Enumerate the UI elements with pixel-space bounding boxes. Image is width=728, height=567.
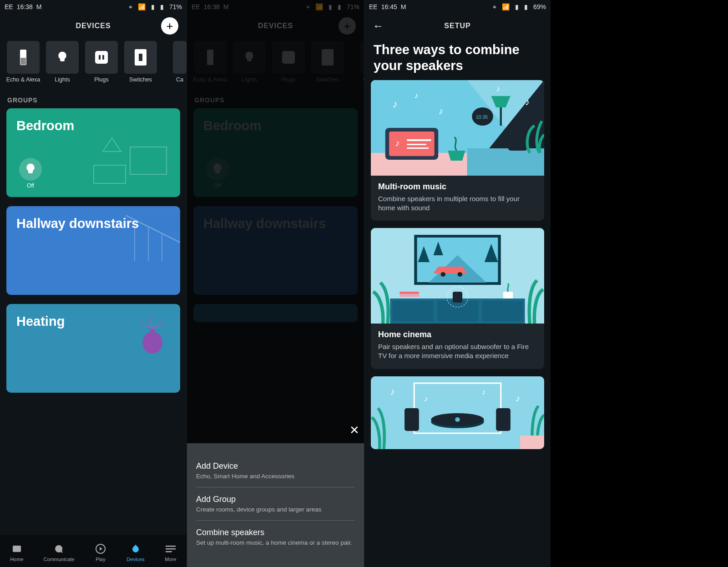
status-bar: EE 16:38 M ⌖ 📶 ▮ ▮ 71% [0,0,187,14]
svg-rect-35 [508,123,527,151]
svg-rect-47 [400,294,419,297]
time-label: 16:38 [17,3,33,10]
nav-devices[interactable]: Devices [126,543,144,562]
devices-screen-with-sheet: EE16:38M ⌖📶▮▮71% DEVICES Echo & Alexa Li… [187,0,364,567]
svg-text:♪: ♪ [414,91,419,100]
svg-rect-2 [95,51,108,64]
setup-card-multiroom[interactable]: ♪ 10:35 ♪♪♪ ♪♪ [371,80,544,221]
svg-rect-14 [150,329,155,336]
location-icon: ⌖ [493,3,496,11]
nav-communicate[interactable]: Communicate [44,543,75,562]
wifi-icon: 📶 [138,3,146,10]
svg-text:♪: ♪ [438,106,443,116]
sheet-item-combine-speakers[interactable]: Combine speakers Set up multi-room music… [196,521,355,553]
group-light-toggle[interactable]: Off [19,158,42,189]
carrier-label: EE [5,3,13,10]
add-button[interactable] [161,17,178,35]
card-description: Pair speakers and an optional subwoofer … [378,342,537,361]
svg-text:♪: ♪ [525,96,530,106]
svg-rect-18 [166,548,176,550]
header: ← SETUP [364,14,551,38]
svg-rect-34 [500,107,502,126]
setup-card-list: ♪ 10:35 ♪♪♪ ♪♪ [364,80,551,449]
svg-rect-43 [393,301,434,321]
svg-line-9 [126,215,180,243]
svg-rect-25 [467,148,544,176]
more-icon [165,543,177,555]
nav-more[interactable]: More [165,543,177,562]
svg-rect-55 [371,376,544,449]
svg-text:♪: ♪ [390,386,395,396]
svg-rect-45 [482,301,523,321]
category-row: Echo & Alexa Lights Plugs Switches Ca [0,41,187,83]
nav-play[interactable]: Play [95,543,106,562]
devices-icon [130,543,142,555]
svg-rect-48 [503,292,513,299]
home-icon [11,543,23,555]
card-title: Home cinema [378,330,537,339]
devices-screen: EE 16:38 M ⌖ 📶 ▮ ▮ 71% DEVICES Echo & Al… [0,0,187,567]
chat-icon [53,543,65,555]
svg-rect-44 [437,301,478,321]
groups-section-label: GROUPS [0,83,187,108]
setup-headline: Three ways to combine your speakers [364,38,551,80]
card-description: Combine speakers in multiple rooms to fi… [378,194,537,213]
wifi-icon: 📶 [502,3,510,10]
category-cameras[interactable]: Ca [163,41,187,83]
svg-text:♪: ♪ [424,394,428,403]
illustration-stereo: ♪♪ ♪♪ [371,376,544,449]
svg-text:♪: ♪ [393,98,398,109]
svg-rect-54 [453,292,462,303]
svg-point-51 [440,272,445,277]
battery-label: 71% [169,3,182,10]
category-label: Plugs [94,76,108,83]
status-bar: EE16:45M ⌖📶▮▮69% [364,0,551,14]
category-label: Lights [55,76,70,83]
setup-card-home-cinema[interactable]: Home cinema Pair speakers and an optiona… [371,228,544,369]
sheet-item-add-device[interactable]: Add Device Echo, Smart Home and Accessor… [196,454,355,487]
page-title: SETUP [444,22,470,30]
svg-rect-60 [404,408,419,431]
card-title: Multi-room music [378,182,537,192]
nav-home[interactable]: Home [10,543,23,562]
svg-rect-17 [166,546,176,547]
category-echo[interactable]: Echo & Alexa [6,41,40,83]
location-icon: ⌖ [129,3,132,11]
svg-point-52 [458,272,463,277]
signal-icon: ▮ [151,3,155,10]
group-card-bedroom[interactable]: Bedroom Off [6,108,180,197]
svg-rect-61 [496,408,511,431]
add-bottom-sheet: ✕ Add Device Echo, Smart Home and Access… [187,443,364,567]
svg-rect-1 [20,58,26,65]
group-card-hallway[interactable]: Hallway downstairs [6,206,180,295]
svg-rect-8 [94,165,126,183]
svg-rect-19 [166,551,172,552]
svg-point-59 [455,417,460,422]
svg-rect-30 [407,144,426,145]
gmail-icon: M [36,3,42,10]
page-title: DEVICES [76,22,111,30]
sheet-item-add-group[interactable]: Add Group Create rooms, device groups an… [196,487,355,521]
svg-text:10:35: 10:35 [476,115,488,120]
svg-rect-6 [139,54,142,61]
illustration-multiroom: ♪ 10:35 ♪♪♪ ♪♪ [371,80,544,176]
svg-rect-15 [13,546,21,552]
category-plugs[interactable]: Plugs [85,41,118,83]
setup-card-stereo[interactable]: ♪♪ ♪♪ [371,376,544,449]
play-icon [95,543,106,555]
category-label: Ca [176,76,183,83]
close-icon[interactable]: ✕ [349,423,359,437]
category-lights[interactable]: Lights [46,41,79,83]
svg-text:♪: ♪ [481,387,486,396]
category-label: Switches [129,76,152,83]
group-card-heating[interactable]: Heating [6,304,180,393]
category-switches[interactable]: Switches [124,41,157,83]
svg-rect-4 [102,55,104,60]
svg-rect-46 [400,292,419,294]
gmail-icon: M [401,3,406,10]
back-button[interactable]: ← [373,20,384,32]
svg-rect-7 [130,147,167,174]
header: DEVICES [0,14,187,38]
setup-screen: EE16:45M ⌖📶▮▮69% ← SETUP Three ways to c… [364,0,551,567]
category-label: Echo & Alexa [6,76,40,83]
